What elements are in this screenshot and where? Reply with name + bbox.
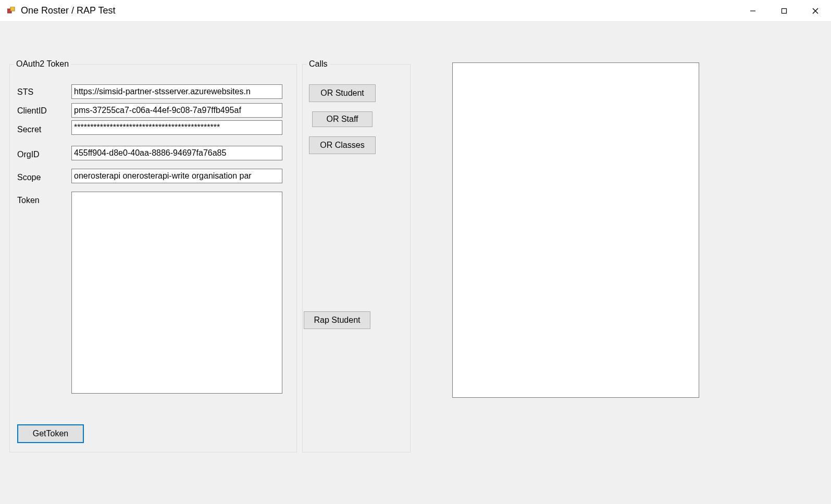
title-bar: One Roster / RAP Test (0, 0, 831, 22)
close-button[interactable] (800, 0, 831, 22)
or-classes-button[interactable]: OR Classes (309, 136, 376, 154)
client-area: OAuth2 Token STS ClientID Secret OrgID S… (0, 22, 831, 504)
clientid-input[interactable] (71, 103, 282, 118)
scope-label: Scope (17, 173, 41, 182)
orgid-input[interactable] (71, 146, 282, 160)
sts-label: STS (17, 87, 33, 97)
svg-rect-3 (782, 8, 787, 13)
orgid-label: OrgID (17, 150, 40, 159)
secret-label: Secret (17, 125, 41, 134)
token-output[interactable] (71, 192, 282, 394)
app-icon (7, 7, 16, 15)
or-student-button[interactable]: OR Student (309, 84, 376, 102)
rap-student-button[interactable]: Rap Student (304, 311, 370, 329)
secret-input[interactable] (71, 120, 282, 135)
svg-rect-1 (10, 7, 15, 11)
scope-input[interactable] (71, 169, 282, 183)
window-title: One Roster / RAP Test (21, 5, 115, 16)
calls-group: Calls OR Student OR Staff OR Classes Rap… (302, 59, 411, 452)
oauth2-token-legend: OAuth2 Token (14, 59, 71, 69)
calls-legend: Calls (307, 59, 330, 69)
output-panel[interactable] (452, 62, 699, 398)
clientid-label: ClientID (17, 106, 47, 116)
or-staff-button[interactable]: OR Staff (312, 111, 373, 127)
oauth2-token-group: OAuth2 Token STS ClientID Secret OrgID S… (9, 59, 297, 452)
minimize-button[interactable] (737, 0, 768, 22)
get-token-button[interactable]: GetToken (17, 424, 84, 443)
token-label: Token (17, 196, 40, 205)
sts-input[interactable] (71, 84, 282, 99)
maximize-button[interactable] (768, 0, 800, 22)
